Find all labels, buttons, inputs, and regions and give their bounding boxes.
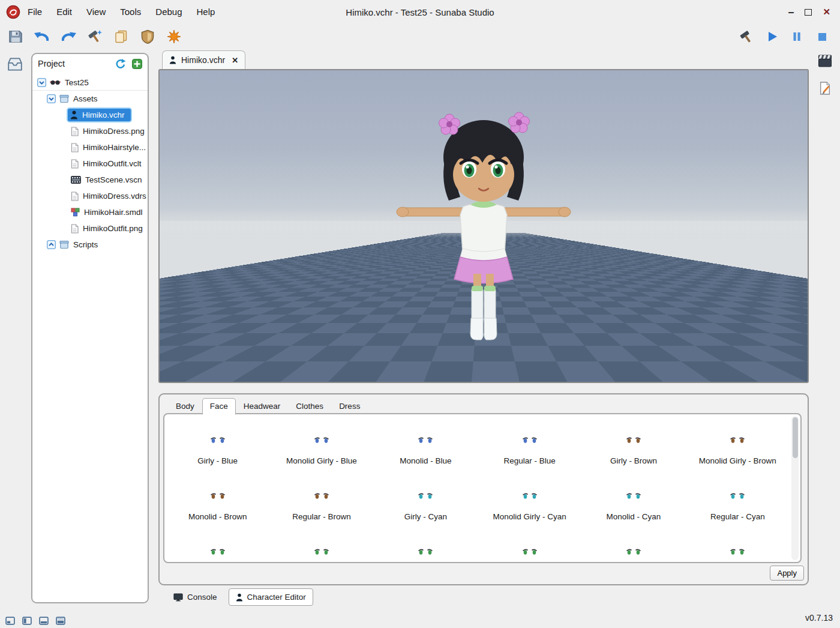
eyes-icon <box>210 492 226 500</box>
dock-layout-toggles <box>5 617 65 625</box>
asset-drawer-icon[interactable] <box>7 56 23 72</box>
tab-face[interactable]: Face <box>202 398 236 415</box>
menu-tools[interactable]: Tools <box>113 0 148 24</box>
expander-down-icon[interactable] <box>47 94 56 103</box>
face-option[interactable]: Regular - Blue <box>478 418 581 474</box>
tab-console[interactable]: Console <box>167 588 224 606</box>
dock-panel-toggle-4[interactable] <box>56 617 65 625</box>
pause-button[interactable] <box>787 27 806 46</box>
project-panel-header: Project <box>32 54 148 72</box>
face-option[interactable]: Regular - Brown <box>269 474 373 530</box>
category-tabs: Body Face Headwear Clothes Dress <box>168 398 808 415</box>
document-tab-himiko[interactable]: Himiko.vchr ✕ <box>162 50 245 69</box>
dock-panel-toggle-1[interactable] <box>5 617 15 625</box>
build-hammer-button[interactable] <box>737 27 756 46</box>
document-tab-label: Himiko.vchr <box>181 55 225 65</box>
minimize-button[interactable]: – <box>788 7 794 17</box>
play-button[interactable] <box>762 27 781 46</box>
face-option[interactable] <box>686 530 790 562</box>
dock-panel-toggle-3[interactable] <box>39 617 49 625</box>
script-document-icon[interactable] <box>820 82 830 95</box>
tree-item-label: HimikoOutfit.vclt <box>83 159 142 168</box>
redo-button[interactable] <box>59 27 78 46</box>
tree-row-himiko-vchr[interactable]: Himiko.vchr <box>32 107 148 123</box>
eyes-icon <box>418 548 433 555</box>
tree-row-test25[interactable]: Test25 <box>32 74 148 91</box>
tree-row-testscene-vscn[interactable]: TestScene.vscn <box>32 172 148 188</box>
tree-row-himikodress-png[interactable]: HimikoDress.png <box>32 123 148 139</box>
tab-character-editor-label: Character Editor <box>247 593 306 602</box>
face-option[interactable]: Monolid - Cyan <box>581 474 685 530</box>
expander-down-icon[interactable] <box>37 78 46 87</box>
folder-box-icon <box>59 94 69 103</box>
close-button[interactable]: ✕ <box>823 7 830 17</box>
tree-row-scripts[interactable]: Scripts <box>32 237 148 253</box>
eyes-icon <box>730 492 745 500</box>
scene-clapperboard-icon[interactable] <box>818 55 832 67</box>
character-person-icon <box>70 110 78 119</box>
undo-button[interactable] <box>32 27 52 46</box>
himiko-character-model[interactable] <box>394 107 574 347</box>
effects-burst-button[interactable] <box>164 27 184 46</box>
face-option[interactable] <box>478 530 581 562</box>
menu-view[interactable]: View <box>79 0 113 24</box>
shield-button[interactable] <box>138 27 157 46</box>
face-option[interactable] <box>374 530 478 562</box>
face-option[interactable]: Monolid - Brown <box>166 474 269 530</box>
menu-debug[interactable]: Debug <box>148 0 189 24</box>
save-button[interactable] <box>6 27 25 46</box>
face-option[interactable] <box>269 530 373 562</box>
maximize-button[interactable] <box>805 9 812 16</box>
folder-box-icon <box>59 240 69 249</box>
stop-button[interactable] <box>812 27 832 46</box>
menu-help[interactable]: Help <box>190 0 223 24</box>
dock-panel-toggle-2[interactable] <box>22 617 32 625</box>
face-option[interactable]: Monolid Girly - Blue <box>269 418 373 474</box>
file-icon <box>71 224 79 234</box>
project-tree: Test25 Assets <box>32 72 148 253</box>
tree-row-himikohair-smdl[interactable]: HimikoHair.smdl <box>32 204 148 220</box>
menu-file[interactable]: File <box>20 0 49 24</box>
tab-headwear[interactable]: Headwear <box>236 398 289 415</box>
tree-item-label: HimikoDress.vdrs <box>83 192 146 201</box>
add-asset-button[interactable] <box>132 59 142 69</box>
titlebar: File Edit View Tools Debug Help Himiko.v… <box>0 0 840 24</box>
face-option[interactable]: Monolid - Blue <box>374 418 478 474</box>
face-option[interactable]: Girly - Cyan <box>374 474 478 530</box>
character-person-icon <box>169 56 176 64</box>
tree-row-himikooutfit-vclt[interactable]: HimikoOutfit.vclt <box>32 155 148 172</box>
file-icon <box>71 127 79 136</box>
console-monitor-icon <box>173 593 183 602</box>
tab-body[interactable]: Body <box>168 398 202 415</box>
face-option[interactable]: Girly - Brown <box>581 418 685 474</box>
face-option[interactable] <box>581 530 685 562</box>
face-option[interactable]: Monolid Girly - Brown <box>686 418 790 474</box>
file-icon <box>71 143 79 152</box>
tree-item-label: Himiko.vchr <box>82 110 125 119</box>
menu-edit[interactable]: Edit <box>49 0 79 24</box>
tree-row-himikohairstyle[interactable]: HimikoHairstyle... <box>32 139 148 155</box>
tree-row-himikodress-vdrs[interactable]: HimikoDress.vdrs <box>32 188 148 204</box>
face-option[interactable]: Girly - Blue <box>166 418 269 474</box>
tab-dress[interactable]: Dress <box>331 398 368 415</box>
build-wand-button[interactable] <box>85 27 104 46</box>
tab-clothes[interactable]: Clothes <box>288 398 331 415</box>
tree-row-himikooutfit-png[interactable]: HimikoOutfit.png <box>32 220 148 237</box>
face-option-label: Girly - Cyan <box>404 512 447 521</box>
tab-close-icon[interactable]: ✕ <box>232 56 238 65</box>
duplicate-button[interactable] <box>112 27 131 46</box>
scrollbar-track[interactable] <box>791 416 799 560</box>
apply-button[interactable]: Apply <box>770 566 804 581</box>
tab-character-editor[interactable]: Character Editor <box>229 588 313 606</box>
scene-viewport[interactable] <box>158 69 809 383</box>
tree-item-label: Assets <box>73 94 98 103</box>
bottom-view-tabs: Console Character Editor <box>167 588 313 606</box>
face-option[interactable] <box>166 530 269 562</box>
expander-up-icon[interactable] <box>47 240 56 249</box>
face-option[interactable]: Monolid Girly - Cyan <box>478 474 581 530</box>
refresh-icon[interactable] <box>115 58 126 70</box>
face-option[interactable]: Regular - Cyan <box>686 474 790 530</box>
model-blocks-icon <box>71 208 80 217</box>
scrollbar-thumb[interactable] <box>793 417 798 458</box>
tree-row-assets[interactable]: Assets <box>32 91 148 107</box>
